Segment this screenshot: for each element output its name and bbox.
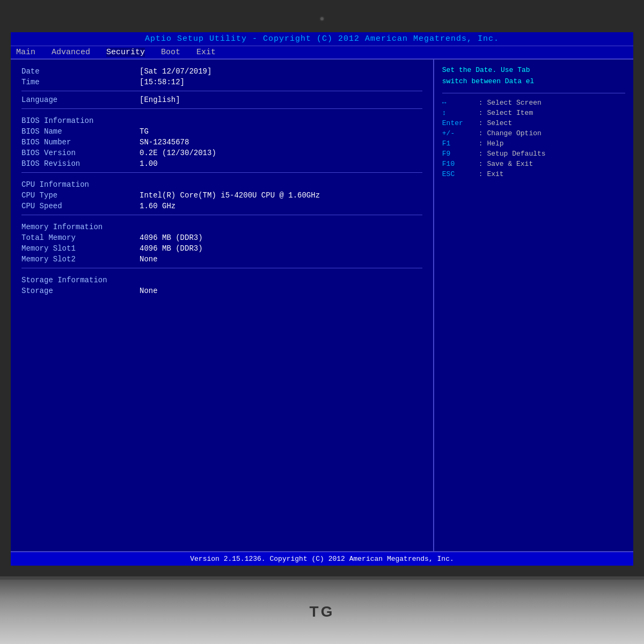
cpu-type-value: Intel(R) Core(TM) i5-4200U CPU @ 1.60GHz <box>140 191 320 200</box>
date-value[interactable]: [Sat 12/07/2019] <box>140 67 211 76</box>
key-row-f10: F10 : Save & Exit <box>442 160 625 168</box>
slot2-row: Memory Slot2 None <box>21 255 422 264</box>
key-desc-plusminus: : Change Option <box>479 129 541 137</box>
bios-section-header: BIOS Information <box>21 116 422 125</box>
title-bar: Aptio Setup Utility - Copyright (C) 2012… <box>11 32 633 46</box>
help-text: Set the Date. Use Tab switch between Dat… <box>442 65 625 93</box>
key-f10: F10 <box>442 160 474 168</box>
bios-revision-label: BIOS Revision <box>21 159 140 168</box>
bios-number-label: BIOS Number <box>21 138 140 147</box>
divider-2 <box>21 108 422 109</box>
date-label: Date <box>21 67 140 76</box>
monitor-bezel: Aptio Setup Utility - Copyright (C) 2012… <box>11 32 633 566</box>
divider-3 <box>21 172 422 173</box>
key-row-plusminus: +/- : Change Option <box>442 129 625 137</box>
cpu-speed-value: 1.60 GHz <box>140 202 175 210</box>
key-f9: F9 <box>442 150 474 158</box>
bios-number-row: BIOS Number SN-12345678 <box>21 138 422 147</box>
menu-item-advanced[interactable]: Advanced <box>52 48 90 57</box>
key-f1: F1 <box>442 140 474 148</box>
time-value[interactable]: [15:58:12] <box>140 78 185 86</box>
storage-label: Storage <box>21 287 140 295</box>
slot2-label: Memory Slot2 <box>21 255 140 264</box>
status-bar: Version 2.15.1236. Copyright (C) 2012 Am… <box>11 551 633 566</box>
brand-label: TG <box>310 603 335 620</box>
menu-bar: Main Advanced Security Boot Exit <box>11 46 633 60</box>
cpu-speed-row: CPU Speed 1.60 GHz <box>21 202 422 210</box>
divider-4 <box>21 215 422 215</box>
cpu-type-row: CPU Type Intel(R) Core(TM) i5-4200U CPU … <box>21 191 422 200</box>
bios-version-row: BIOS Version 0.2E (12/30/2013) <box>21 149 422 157</box>
bios-revision-row: BIOS Revision 1.00 <box>21 159 422 168</box>
key-help-section: ↔ : Select Screen ↕ : Select Item Enter … <box>442 99 625 178</box>
key-desc-select-item: : Select Item <box>479 109 533 117</box>
storage-row: Storage None <box>21 287 422 295</box>
key-row-esc: ESC : Exit <box>442 170 625 178</box>
bios-name-row: BIOS Name TG <box>21 127 422 136</box>
cpu-speed-label: CPU Speed <box>21 202 140 210</box>
main-content-area: Date [Sat 12/07/2019] Time [15:58:12] La… <box>11 60 633 551</box>
key-enter: Enter <box>442 119 474 127</box>
key-esc: ESC <box>442 170 474 178</box>
key-arrows-h: ↔ <box>442 99 474 107</box>
key-row-select-screen: ↔ : Select Screen <box>442 99 625 107</box>
monitor-stand: TG <box>0 580 644 644</box>
cpu-section-header: CPU Information <box>21 180 422 189</box>
divider-5 <box>21 268 422 268</box>
divider-1 <box>21 91 422 91</box>
bios-version-label: BIOS Version <box>21 149 140 157</box>
language-label: Language <box>21 96 140 104</box>
bios-name-label: BIOS Name <box>21 127 140 136</box>
storage-value: None <box>140 287 158 295</box>
key-plusminus: +/- <box>442 129 474 137</box>
key-row-f9: F9 : Setup Defaults <box>442 150 625 158</box>
key-arrows-v: ↕ <box>442 109 474 117</box>
total-mem-row: Total Memory 4096 MB (DDR3) <box>21 233 422 242</box>
memory-section-header: Memory Information <box>21 223 422 231</box>
time-label: Time <box>21 78 140 86</box>
key-desc-enter: : Select <box>479 119 512 127</box>
key-row-select-item: ↕ : Select Item <box>442 109 625 117</box>
language-value[interactable]: [English] <box>140 96 180 104</box>
cpu-type-label: CPU Type <box>21 191 140 200</box>
key-desc-f10: : Save & Exit <box>479 160 533 168</box>
slot2-value: None <box>140 255 158 264</box>
key-desc-select-screen: : Select Screen <box>479 99 541 107</box>
left-panel: Date [Sat 12/07/2019] Time [15:58:12] La… <box>11 60 434 551</box>
bios-name-value: TG <box>140 127 149 136</box>
storage-section-header: Storage Information <box>21 276 422 284</box>
key-row-enter: Enter : Select <box>442 119 625 127</box>
key-row-f1: F1 : Help <box>442 140 625 148</box>
title-text: Aptio Setup Utility - Copyright (C) 2012… <box>145 34 499 43</box>
right-panel: Set the Date. Use Tab switch between Dat… <box>434 60 633 551</box>
bios-revision-value: 1.00 <box>140 159 158 168</box>
key-desc-esc: : Exit <box>479 170 504 178</box>
slot1-label: Memory Slot1 <box>21 244 140 253</box>
status-text: Version 2.15.1236. Copyright (C) 2012 Am… <box>190 555 453 563</box>
bios-version-value: 0.2E (12/30/2013) <box>140 149 216 157</box>
slot1-value: 4096 MB (DDR3) <box>140 244 203 253</box>
language-row: Language [English] <box>21 96 422 104</box>
help-line2: switch between Data el <box>442 76 625 87</box>
menu-item-boot[interactable]: Boot <box>161 48 180 57</box>
bios-screen: Aptio Setup Utility - Copyright (C) 2012… <box>11 32 633 566</box>
date-row: Date [Sat 12/07/2019] <box>21 67 422 76</box>
menu-item-security[interactable]: Security <box>106 48 145 57</box>
key-desc-f1: : Help <box>479 140 504 148</box>
total-mem-value: 4096 MB (DDR3) <box>140 233 203 242</box>
key-desc-f9: : Setup Defaults <box>479 150 546 158</box>
menu-item-main[interactable]: Main <box>16 48 35 57</box>
camera-dot <box>319 16 325 21</box>
time-row: Time [15:58:12] <box>21 78 422 86</box>
help-line1: Set the Date. Use Tab <box>442 65 625 76</box>
bios-number-value: SN-12345678 <box>140 138 189 147</box>
total-mem-label: Total Memory <box>21 233 140 242</box>
slot1-row: Memory Slot1 4096 MB (DDR3) <box>21 244 422 253</box>
monitor-outer: Aptio Setup Utility - Copyright (C) 2012… <box>0 0 644 580</box>
menu-item-exit[interactable]: Exit <box>196 48 216 57</box>
